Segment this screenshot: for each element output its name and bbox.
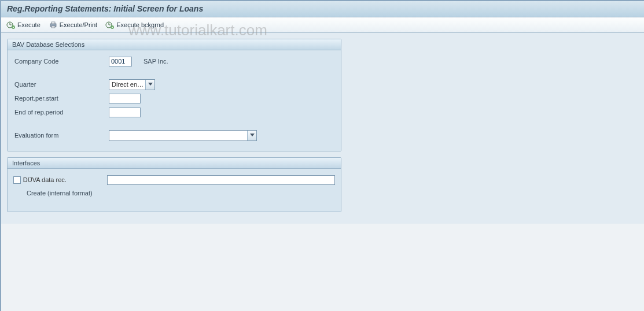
duva-input[interactable] [107, 175, 335, 185]
svg-point-10 [111, 25, 114, 29]
duva-checkbox[interactable] [13, 176, 21, 184]
duva-label: DÜVA data rec. [21, 176, 108, 183]
execute-print-button-label: Execute/Print [60, 21, 97, 28]
company-name-text: SAP Inc. [143, 58, 168, 65]
bav-group-header: BAV Database Selections [8, 39, 341, 50]
quarter-label: Quarter [13, 81, 109, 88]
print-icon [49, 20, 58, 29]
create-internal-format-label: Create (internal format) [27, 190, 335, 197]
quarter-select[interactable]: Direct en… [109, 79, 155, 90]
workspace: BAV Database Selections Company Code SAP… [1, 33, 644, 224]
evaluation-form-label: Evaluation form [13, 132, 109, 139]
execute-button-label: Execute [17, 21, 41, 28]
bav-group-body: Company Code SAP Inc. Quarter Direct en…… [8, 50, 341, 151]
report-end-label: End of rep.period [13, 109, 109, 116]
svg-rect-6 [51, 26, 55, 28]
svg-rect-5 [51, 22, 55, 24]
company-code-input[interactable] [109, 57, 132, 66]
clock-execute-icon [6, 20, 16, 29]
report-start-label: Report.per.start [13, 95, 109, 102]
dropdown-icon[interactable] [247, 131, 256, 140]
execute-button[interactable]: Execute [5, 19, 45, 31]
dropdown-icon[interactable] [145, 80, 154, 90]
interfaces-group-header: Interfaces [8, 158, 341, 169]
execute-print-button[interactable]: Execute/Print [47, 19, 101, 31]
execute-background-button-label: Execute bckgrnd [116, 21, 164, 28]
page-title-bar: Reg.Reporting Statements: Initial Screen… [1, 1, 644, 17]
svg-point-3 [12, 25, 15, 29]
report-end-input[interactable] [109, 108, 141, 117]
interfaces-group: Interfaces DÜVA data rec. Create (intern… [7, 157, 341, 212]
quarter-select-value: Direct en… [109, 81, 145, 88]
application-toolbar: Execute Execute/Print Execute bckgrnd [1, 17, 644, 33]
company-code-label: Company Code [13, 58, 109, 65]
page-title: Reg.Reporting Statements: Initial Screen… [7, 4, 203, 13]
clock-execute-bckgrnd-icon [105, 20, 115, 29]
evaluation-form-select[interactable] [109, 130, 257, 141]
interfaces-group-body: DÜVA data rec. Create (internal format) [8, 169, 341, 212]
report-start-input[interactable] [109, 94, 141, 103]
bav-group: BAV Database Selections Company Code SAP… [7, 39, 341, 151]
execute-background-button[interactable]: Execute bckgrnd [104, 19, 168, 31]
